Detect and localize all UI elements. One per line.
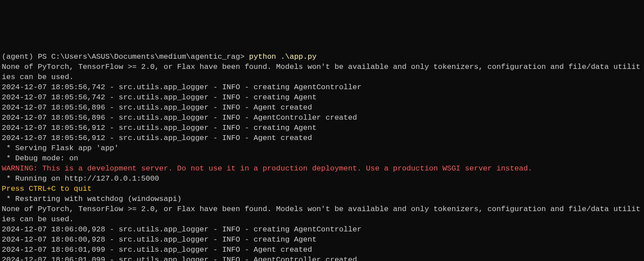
- prompt-path: C:\Users\ASUS\Documents\medium\agentic_r…: [51, 53, 245, 61]
- prompt-env: (agent): [2, 53, 33, 61]
- output-line: 2024-12-07 18:06:01,099 - src.utils.app_…: [2, 255, 642, 261]
- output-line: * Debug mode: on: [2, 153, 642, 163]
- prompt-shell: PS: [38, 53, 47, 61]
- output-line: * Serving Flask app 'app': [2, 143, 642, 153]
- output-line: 2024-12-07 18:06:00,928 - src.utils.app_…: [2, 235, 642, 245]
- output-line: 2024-12-07 18:06:01,099 - src.utils.app_…: [2, 245, 642, 255]
- warning-line: WARNING: This is a development server. D…: [2, 163, 642, 174]
- output-line: 2024-12-07 18:05:56,912 - src.utils.app_…: [2, 133, 642, 143]
- output-line: 2024-12-07 18:05:56,742 - src.utils.app_…: [2, 82, 642, 92]
- output-line: None of PyTorch, TensorFlow >= 2.0, or F…: [2, 204, 642, 224]
- prompt-line: (agent) PS C:\Users\ASUS\Documents\mediu…: [2, 52, 642, 62]
- output-line: 2024-12-07 18:06:00,928 - src.utils.app_…: [2, 224, 642, 235]
- output-line: 2024-12-07 18:05:56,742 - src.utils.app_…: [2, 92, 642, 102]
- output-line: 2024-12-07 18:05:56,912 - src.utils.app_…: [2, 123, 642, 133]
- prompt-command: python .\app.py: [249, 53, 316, 61]
- output-line: * Running on http://127.0.0.1:5000: [2, 174, 642, 184]
- output-line: None of PyTorch, TensorFlow >= 2.0, or F…: [2, 62, 642, 82]
- output-line: * Restarting with watchdog (windowsapi): [2, 194, 642, 204]
- terminal-output[interactable]: (agent) PS C:\Users\ASUS\Documents\mediu…: [0, 51, 644, 261]
- ctrl-c-line: Press CTRL+C to quit: [2, 184, 642, 194]
- output-line: 2024-12-07 18:05:56,896 - src.utils.app_…: [2, 113, 642, 123]
- output-line: 2024-12-07 18:05:56,896 - src.utils.app_…: [2, 102, 642, 113]
